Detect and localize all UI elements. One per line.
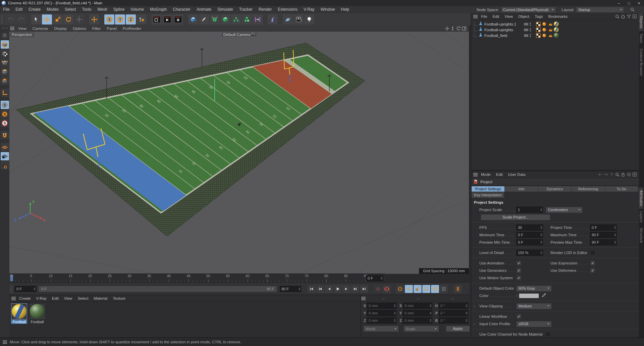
tab-to-do[interactable]: To Do [605,186,638,192]
checkbox[interactable]: ✓ [590,268,595,273]
edges-mode-icon[interactable] [1,67,9,76]
viewport-menu-prorender[interactable]: ProRender [120,27,145,31]
timeline-frame-spinner[interactable]: 0 F [366,275,383,281]
keyframe-button[interactable] [396,285,404,293]
target-icon[interactable] [626,172,632,177]
magnet-icon[interactable] [1,131,9,139]
value-spinner[interactable]: 1 [516,207,543,213]
coordinate-mode-header[interactable]: -- [435,296,470,300]
tab-info[interactable]: Info [505,186,538,192]
phong-tag-icon[interactable] [542,21,547,27]
material-menu-texture[interactable]: Texture [110,296,128,300]
mini-timeline-button[interactable] [454,285,462,293]
menu-item-tools[interactable]: Tools [79,6,94,13]
undo-icon[interactable] [5,14,15,24]
model-mode-icon[interactable] [1,40,9,49]
tab-key-interpolation[interactable]: Key Interpolation [472,192,504,198]
play-button[interactable] [334,285,342,293]
back-icon[interactable] [597,172,603,177]
key-move-button[interactable] [405,285,413,293]
tab-dynamics[interactable]: Dynamics [538,186,571,192]
menu-item-tracker[interactable]: Tracker [236,6,256,13]
bend-icon[interactable] [268,14,278,24]
coordinate-mode-header[interactable]: -- [366,296,401,300]
checkbox[interactable]: ✓ [516,314,522,319]
value-spinner[interactable]: 30 [516,225,543,231]
move-icon[interactable] [42,14,52,24]
menu-item-mograph[interactable]: MoGraph [147,6,170,13]
next-frame-button[interactable] [342,285,351,293]
side-tab-layers[interactable]: Layers [639,209,643,225]
side-tab-attributes[interactable]: Attributes [639,188,643,209]
object-manager-menu-object[interactable]: Object [516,14,532,18]
goto-end-button[interactable] [360,285,368,293]
dropdown[interactable]: 60% Gray [516,285,552,292]
zoom-view-icon[interactable] [450,26,455,31]
key-pla-button[interactable] [440,285,448,293]
checkbox[interactable]: ✓ [516,268,522,273]
expander-icon[interactable]: › [474,322,475,326]
visibility-toggle[interactable] [524,34,528,37]
key-rotate-button[interactable] [422,285,430,293]
value-spinner[interactable]: 90 F [590,239,617,245]
search-icon[interactable] [614,14,620,19]
value-spinner[interactable]: 100 % [516,250,543,256]
object-row[interactable]: Football_field [471,33,639,38]
coordinate-field[interactable]: 0 ° [439,310,468,316]
viewport-menu-view[interactable]: View [15,27,30,31]
auto-snap-icon[interactable]: S [1,110,9,118]
object-name[interactable]: Football-uprights.1 [484,22,524,26]
viewport-canvas[interactable]: 102030405040302010102030405040302010 Y X… [9,32,469,274]
material-thumbnail[interactable] [30,304,45,319]
record-button[interactable] [374,285,382,293]
menu-item-window[interactable]: Window [318,6,338,13]
side-tab-content-browser[interactable]: Content Browser [639,46,643,79]
viewport-menu-panel[interactable]: Panel [104,27,119,31]
last-tool-icon[interactable] [74,14,84,24]
menu-item-mesh[interactable]: Mesh [94,6,110,13]
snap-3d-icon[interactable]: S [1,119,9,127]
attribute-menu-edit[interactable]: Edit [493,172,505,177]
viewport-menu-filter[interactable]: Filter [89,27,104,31]
menu-item-spline[interactable]: Spline [110,6,127,13]
object-manager-hamburger-icon[interactable] [473,14,478,19]
checkbox[interactable] [590,250,595,255]
pen-icon[interactable] [199,14,209,24]
eyedropper-icon[interactable] [542,293,546,298]
coordinate-scale-dropdown[interactable]: Scale [404,326,439,332]
workplane-icon[interactable] [1,143,9,151]
coordinate-field[interactable]: 0 mm [403,310,432,316]
object-name[interactable]: Football_field [484,34,524,38]
material-item[interactable]: Football [11,304,28,324]
z-lock-icon[interactable]: Z [126,14,136,24]
filter-icon[interactable] [626,14,632,19]
volume-icon[interactable] [242,14,252,24]
coordinate-field[interactable]: 0 mm [367,317,396,324]
smoothing-tag-icon[interactable] [548,21,553,27]
expander-icon[interactable]: › [474,304,475,308]
move-small-icon[interactable] [89,14,99,24]
light-icon[interactable] [304,14,314,24]
tab-project-settings[interactable]: Project Settings [472,186,504,192]
lock-icon[interactable] [620,172,626,177]
coordinate-field[interactable]: 0 ° [439,317,468,324]
side-tab-objects[interactable]: Objects [639,13,643,31]
coordinate-field[interactable]: 0 mm [403,303,432,309]
search-icon[interactable] [630,7,635,12]
menu-item-help[interactable]: Help [338,6,352,13]
key-scale-button[interactable] [414,285,422,293]
menu-item-render[interactable]: Render [256,6,275,13]
render-settings-icon[interactable] [173,14,183,24]
rotate-view-icon[interactable] [455,26,461,31]
new-panel-icon[interactable] [632,14,637,19]
menu-item-file[interactable]: File [0,6,12,13]
dropdown[interactable]: Medium [516,303,552,309]
smoothing-tag-icon[interactable] [548,33,553,38]
current-frame-spinner[interactable]: 0 F [15,286,36,292]
checkbox[interactable]: ✓ [590,260,595,266]
material-menu-v-ray[interactable]: V-Ray [34,296,49,300]
menu-item-volume[interactable]: Volume [127,6,147,13]
texture-tag-icon[interactable] [536,33,541,38]
menu-item-v-ray[interactable]: V-Ray [301,6,318,13]
x-lock-icon[interactable]: X [104,14,114,24]
